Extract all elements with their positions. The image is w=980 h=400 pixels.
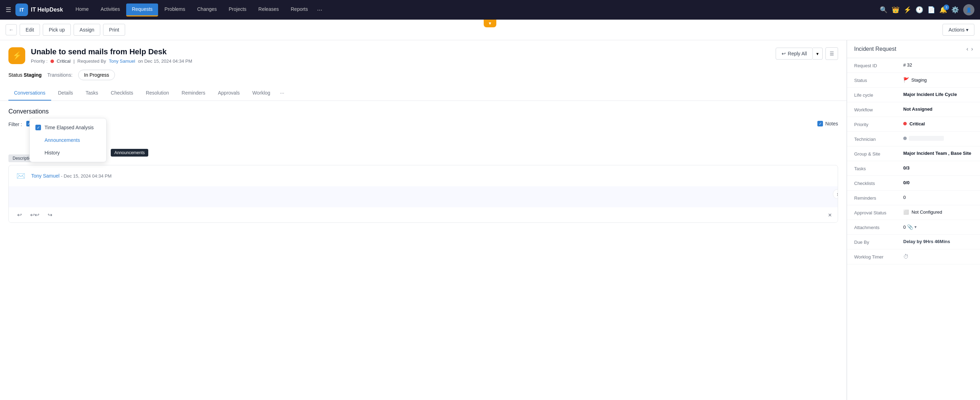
- pickup-button[interactable]: Pick up: [43, 24, 71, 36]
- tab-reminders[interactable]: Reminders: [176, 86, 211, 100]
- detail-priority: Priority Critical: [847, 117, 980, 132]
- paperclip-icon: 📎: [907, 224, 913, 230]
- checklists-value: 0/0: [903, 180, 973, 185]
- settings-icon[interactable]: ⚙️: [951, 6, 959, 14]
- detail-worklog-timer: Worklog Timer ⏱: [847, 249, 980, 264]
- approval-status-label: Approval Status: [854, 210, 903, 216]
- filter-history[interactable]: History Announcements: [30, 146, 106, 159]
- history-icon[interactable]: 🕐: [915, 6, 923, 14]
- print-button[interactable]: Print: [103, 24, 125, 36]
- right-panel: Incident Request ‹ › Request ID # 32 Sta…: [847, 40, 980, 400]
- approval-status-value: ⬜ Not Configured: [903, 210, 973, 215]
- prev-arrow[interactable]: ‹: [966, 46, 968, 52]
- nav-activities[interactable]: Activities: [95, 3, 126, 16]
- detail-checklists: Checklists 0/0: [847, 176, 980, 190]
- detail-lifecycle: Life cycle Major Incident Life Cycle: [847, 87, 980, 102]
- filter-announcements[interactable]: Announcements: [30, 134, 106, 146]
- edit-button[interactable]: Edit: [20, 24, 40, 36]
- right-panel-header: Incident Request ‹ ›: [847, 40, 980, 58]
- notes-badge: ✓ Notes: [818, 121, 838, 127]
- forward-icon[interactable]: ↪: [45, 210, 55, 220]
- status-label: Status Staging: [8, 72, 42, 78]
- priority-label-rp: Priority: [854, 121, 903, 127]
- conv-meta: Tony Samuel - Dec 15, 2024 04:34 PM: [31, 173, 832, 179]
- nav-requests[interactable]: Requests: [126, 3, 158, 16]
- tab-resolution[interactable]: Resolution: [140, 86, 175, 100]
- reply-icon: ↩: [782, 51, 786, 56]
- in-progress-button[interactable]: In Progress: [78, 70, 115, 80]
- nav-releases[interactable]: Releases: [253, 3, 284, 16]
- due-by-label: Due By: [854, 239, 903, 245]
- timer-icon[interactable]: ⏱: [903, 254, 909, 260]
- tab-tasks[interactable]: Tasks: [80, 86, 104, 100]
- conv-close-button[interactable]: ✕: [828, 212, 832, 218]
- filter-label: Filter :: [8, 121, 22, 127]
- detail-technician: Technician: [847, 132, 980, 146]
- tab-conversations[interactable]: Conversations: [8, 86, 51, 100]
- assign-button[interactable]: Assign: [73, 24, 100, 36]
- status-bar: Status Staging Transitions: In Progress: [0, 64, 846, 86]
- tabs-more-icon[interactable]: ···: [277, 86, 287, 100]
- conv-mail-icon: ✉️: [14, 170, 27, 182]
- nav-projects[interactable]: Projects: [223, 3, 252, 16]
- back-button[interactable]: ←: [6, 24, 17, 35]
- search-icon[interactable]: 🔍: [880, 6, 888, 14]
- lifecycle-label: Life cycle: [854, 92, 903, 98]
- tab-worklog[interactable]: Worklog: [247, 86, 276, 100]
- nav-problems[interactable]: Problems: [159, 3, 191, 16]
- announcements-uncheck: [35, 137, 41, 143]
- group-site-label: Group & Site: [854, 151, 903, 157]
- requester-link[interactable]: Tony Samuel: [109, 59, 135, 64]
- filter-dropdown: ✓ Time Elapsed Analysis Announcements Hi…: [29, 118, 107, 162]
- notification-icon[interactable]: 🔔 3: [939, 6, 947, 14]
- status-value: Staging: [24, 72, 42, 78]
- menu-icon[interactable]: ☰: [6, 6, 11, 14]
- worklog-timer-value: ⏱: [903, 254, 973, 260]
- next-arrow[interactable]: ›: [971, 46, 973, 52]
- announcements-label: Announcements: [45, 137, 80, 143]
- tech-name-placeholder: [909, 136, 944, 141]
- tab-checklists[interactable]: Checklists: [105, 86, 139, 100]
- filter-time-elapsed[interactable]: ✓ Time Elapsed Analysis: [30, 121, 106, 134]
- tab-details[interactable]: Details: [52, 86, 79, 100]
- main-container: ⚡ Unable to send mails from Help Desk Pr…: [0, 40, 980, 400]
- notes-label: Notes: [825, 121, 838, 127]
- tab-approvals[interactable]: Approvals: [212, 86, 245, 100]
- worklog-timer-label: Worklog Timer: [854, 254, 903, 260]
- requested-by-label: Requested By: [78, 59, 106, 64]
- time-elapsed-check[interactable]: ✓: [35, 125, 41, 130]
- nav-more-icon[interactable]: ···: [314, 3, 325, 16]
- due-by-value: Delay by 9Hrs 46Mins: [903, 239, 973, 244]
- reply-all-icon[interactable]: ↩↩: [27, 210, 42, 220]
- conversations-area: Conversations Filter : ✓ ✓ Time Elapsed …: [0, 101, 846, 230]
- time-elapsed-label: Time Elapsed Analysis: [45, 125, 94, 130]
- crown-icon[interactable]: 👑: [892, 6, 899, 14]
- lightning-icon[interactable]: ⚡: [904, 6, 911, 14]
- yellow-banner[interactable]: ▼: [484, 20, 496, 27]
- chevron-down-icon[interactable]: ▾: [915, 224, 916, 229]
- user-avatar[interactable]: 👤: [963, 4, 974, 16]
- detail-attachments: Attachments 0 📎 ▾: [847, 220, 980, 235]
- tasks-value: 0/3: [903, 165, 973, 171]
- nav-changes[interactable]: Changes: [191, 3, 222, 16]
- actions-button[interactable]: Actions ▾: [942, 24, 974, 36]
- reply-all-label: Reply All: [788, 51, 807, 56]
- reply-dropdown-button[interactable]: ▾: [813, 48, 822, 60]
- detail-tasks: Tasks 0/3: [847, 161, 980, 176]
- ticket-type-icon: ⚡: [8, 47, 25, 64]
- priority-label: Priority :: [31, 59, 48, 64]
- reply-icon[interactable]: ↩: [14, 210, 24, 220]
- notes-checkbox[interactable]: ✓: [818, 121, 823, 127]
- nav-home[interactable]: Home: [70, 3, 94, 16]
- tabs-bar: Conversations Details Tasks Checklists R…: [0, 86, 846, 101]
- reply-all-button[interactable]: ↩ Reply All: [776, 48, 813, 60]
- nav-reports[interactable]: Reports: [285, 3, 313, 16]
- note-button[interactable]: ☰: [826, 47, 838, 60]
- reminders-label: Reminders: [854, 195, 903, 201]
- reminders-value: 0: [903, 195, 973, 200]
- ticket-info: Unable to send mails from Help Desk Prio…: [31, 47, 770, 64]
- checklists-label: Checklists: [854, 180, 903, 186]
- document-icon[interactable]: 📄: [928, 6, 935, 14]
- conv-author[interactable]: Tony Samuel: [31, 173, 60, 179]
- conv-date: - Dec 15, 2024 04:34 PM: [61, 173, 112, 179]
